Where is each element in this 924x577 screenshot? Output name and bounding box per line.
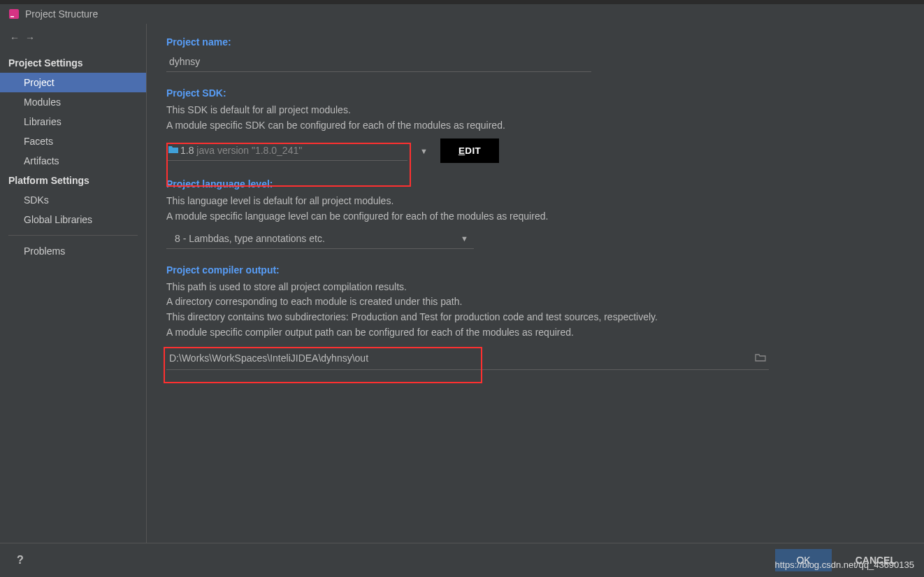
out-desc-1: This path is used to store all project c… bbox=[166, 280, 904, 295]
sidebar-item-sdks[interactable]: SDKs bbox=[0, 190, 146, 210]
compiler-output-label: Project compiler output: bbox=[166, 264, 904, 276]
project-name-input[interactable] bbox=[166, 52, 591, 72]
sidebar-item-facets[interactable]: Facets bbox=[0, 131, 146, 151]
compiler-output-path[interactable]: D:\Works\WorkSpaces\InteliJIDEA\dyhnsy\o… bbox=[169, 352, 755, 364]
sidebar-item-problems[interactable]: Problems bbox=[0, 241, 146, 261]
out-desc-3: This directory contains two subdirectori… bbox=[166, 310, 904, 325]
sidebar-section-platform-settings: Platform Settings bbox=[0, 171, 146, 190]
ok-button[interactable]: OK bbox=[775, 549, 831, 571]
help-button[interactable]: ? bbox=[17, 554, 24, 567]
sidebar-separator bbox=[8, 235, 138, 236]
sidebar-item-global-libraries[interactable]: Global Libraries bbox=[0, 210, 146, 229]
sdk-version: 1.8 bbox=[180, 145, 194, 156]
out-desc-4: A module specific compiler output path c… bbox=[166, 325, 904, 341]
main-content: Project name: Project SDK: This SDK is d… bbox=[147, 24, 924, 543]
chevron-down-icon[interactable]: ▼ bbox=[420, 147, 428, 155]
edit-sdk-button[interactable]: EDIT bbox=[440, 138, 499, 163]
sidebar-item-project[interactable]: Project bbox=[0, 73, 146, 92]
sdk-dropdown[interactable]: 1.8 java version "1.8.0_241" bbox=[166, 141, 407, 161]
project-name-label: Project name: bbox=[166, 36, 904, 48]
sidebar-item-libraries[interactable]: Libraries bbox=[0, 112, 146, 131]
lang-desc-2: A module specific language level can be … bbox=[166, 209, 904, 225]
sidebar: ← → Project Settings Project Modules Lib… bbox=[0, 24, 147, 543]
chevron-down-icon: ▼ bbox=[461, 234, 468, 243]
folder-icon bbox=[168, 144, 179, 157]
app-icon bbox=[8, 8, 20, 20]
window-titlebar: Project Structure bbox=[0, 4, 924, 24]
forward-arrow-icon[interactable]: → bbox=[25, 32, 35, 43]
sidebar-item-modules[interactable]: Modules bbox=[0, 92, 146, 112]
cancel-button[interactable]: CANCEL bbox=[844, 549, 907, 571]
browse-folder-icon[interactable] bbox=[755, 352, 766, 365]
sdk-desc-2: A module specific SDK can be configured … bbox=[166, 118, 904, 134]
project-sdk-label: Project SDK: bbox=[166, 87, 904, 99]
svg-rect-1 bbox=[10, 16, 14, 17]
window-title: Project Structure bbox=[25, 8, 98, 20]
dialog-footer: ? OK CANCEL bbox=[0, 543, 924, 577]
sidebar-item-artifacts[interactable]: Artifacts bbox=[0, 151, 146, 171]
language-level-value: 8 - Lambdas, type annotations etc. bbox=[175, 233, 325, 244]
svg-rect-0 bbox=[9, 9, 19, 19]
back-arrow-icon[interactable]: ← bbox=[10, 32, 20, 43]
sidebar-section-project-settings: Project Settings bbox=[0, 53, 146, 73]
sdk-version-detail: java version "1.8.0_241" bbox=[196, 145, 302, 156]
sdk-desc-1: This SDK is default for all project modu… bbox=[166, 103, 904, 118]
out-desc-2: A directory corresponding to each module… bbox=[166, 294, 904, 310]
language-level-label: Project language level: bbox=[166, 178, 904, 190]
language-level-dropdown[interactable]: 8 - Lambdas, type annotations etc. ▼ bbox=[166, 229, 474, 249]
lang-desc-1: This language level is default for all p… bbox=[166, 194, 904, 209]
